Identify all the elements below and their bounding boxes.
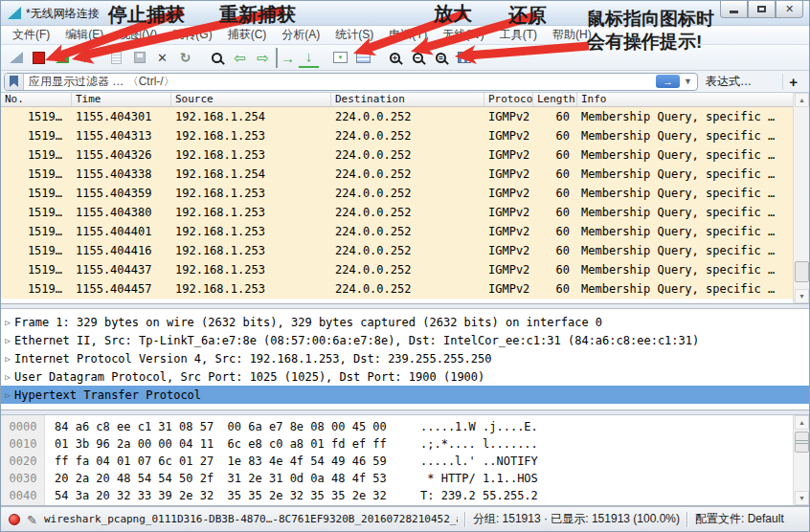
zoom-reset-icon[interactable]: = [431,48,451,68]
menu-item[interactable]: 捕获(C) [220,25,275,45]
expand-triangle-icon[interactable]: ▷ [1,372,14,382]
hex-ascii: .....1.W .j....E. [420,418,538,435]
scroll-up-icon[interactable]: ▲ [795,415,809,430]
hex-row[interactable]: 0030 20 2a 20 48 54 54 50 2f 31 2e 31 0d… [1,470,809,487]
packet-row[interactable]: 1519… 1155.404437 192.168.1.253 224.0.0.… [1,260,795,279]
cell-source: 192.168.1.254 [171,165,331,184]
profile-label[interactable]: 配置文件: Default [695,511,784,527]
packet-row[interactable]: 1519… 1155.404457 192.168.1.253 224.0.0.… [1,279,795,299]
cell-destination: 224.0.0.252 [331,107,484,126]
column-header-no[interactable]: No. [1,93,72,106]
stop-capture-icon[interactable] [29,48,49,68]
expand-triangle-icon[interactable]: ▷ [1,318,14,327]
go-forward-icon[interactable] [253,48,273,68]
hex-scrollbar[interactable]: ▲ ▼ [793,415,809,505]
scrollbar-thumb[interactable] [795,432,809,453]
scroll-down-icon[interactable]: ▼ [795,289,809,303]
go-back-icon[interactable] [230,48,250,68]
cell-source: 192.168.1.253 [171,184,331,203]
cell-source: 192.168.1.253 [171,126,331,145]
edit-comment-icon[interactable] [27,511,37,528]
menu-item[interactable]: 视图(V) [111,25,165,45]
scrollbar-thumb[interactable] [795,261,809,282]
column-header-length[interactable]: Length [533,93,577,106]
capture-options-icon[interactable] [75,48,95,68]
column-header-protocol[interactable]: Protocol [484,93,533,106]
cell-destination: 224.0.0.252 [331,184,484,203]
apply-filter-button[interactable] [656,75,680,88]
menu-item[interactable]: 跳转(G) [165,25,219,45]
cell-protocol: IGMPv2 [484,184,533,203]
scroll-up-icon[interactable]: ▲ [795,93,809,107]
cell-destination: 224.0.0.252 [331,203,484,222]
hex-row[interactable]: 0000 84 a6 c8 ee c1 31 08 57 00 6a e7 8e… [1,418,809,435]
detail-row[interactable]: ▷ Ethernet II, Src: Tp-LinkT_6a:e7:8e (0… [1,331,809,349]
packet-row[interactable]: 1519… 1155.404326 192.168.1.253 224.0.0.… [1,145,795,165]
cell-source: 192.168.1.253 [171,145,331,165]
column-header-destination[interactable]: Destination [331,93,484,106]
reload-file-icon[interactable] [175,48,195,68]
cell-no: 1519… [1,222,72,241]
menu-item[interactable]: 无线(W) [435,25,491,45]
open-file-icon[interactable] [106,48,126,68]
start-capture-icon[interactable] [6,48,26,68]
cell-protocol: IGMPv2 [484,126,533,145]
close-file-icon[interactable] [152,48,172,68]
column-header-source[interactable]: Source [171,93,331,106]
packet-row[interactable]: 1519… 1155.404401 192.168.1.253 224.0.0.… [1,222,795,241]
resize-columns-icon[interactable] [454,48,474,68]
detail-text: Frame 1: 329 bytes on wire (2632 bits), … [14,316,602,329]
packet-row[interactable]: 1519… 1155.404313 192.168.1.253 224.0.0.… [1,126,795,145]
expand-triangle-icon[interactable]: ▷ [1,336,14,345]
minimize-button[interactable] [720,1,748,18]
menu-item[interactable]: 编辑(E) [57,25,111,45]
colorize-icon[interactable] [353,48,373,68]
go-to-packet-icon[interactable] [276,48,296,68]
zoom-out-icon[interactable]: − [408,48,428,68]
go-to-last-icon[interactable] [299,48,319,68]
detail-row[interactable]: ▷ User Datagram Protocol, Src Port: 1025… [1,367,809,386]
find-packet-icon[interactable] [207,48,227,68]
packet-row[interactable]: 1519… 1155.404416 192.168.1.253 224.0.0.… [1,241,795,260]
scroll-down-icon[interactable]: ▼ [795,491,809,505]
close-button[interactable]: ✕ [776,1,803,18]
save-file-icon[interactable] [129,48,149,68]
menu-item[interactable]: 统计(S) [327,25,381,45]
detail-row[interactable]: ▷ Frame 1: 329 bytes on wire (2632 bits)… [1,313,809,331]
hex-ascii: T: 239.2 55.255.2 [420,487,538,504]
display-filter-input[interactable]: 应用显示过滤器 … 〈Ctrl-/〉 ▼ [4,73,698,91]
cell-info: Membership Query, specific … [577,145,795,165]
hex-row[interactable]: 0010 01 3b 96 2a 00 00 04 11 6c e8 c0 a8… [1,435,809,453]
add-filter-button[interactable]: + [782,74,803,90]
menu-item[interactable]: 分析(A) [274,25,327,45]
filter-bookmark-button[interactable] [5,74,24,90]
zoom-in-icon[interactable]: + [385,48,405,68]
filter-placeholder[interactable]: 应用显示过滤器 … 〈Ctrl-/〉 [24,74,656,90]
packet-row[interactable]: 1519… 1155.404301 192.168.1.254 224.0.0.… [1,107,795,126]
filter-dropdown-caret-icon[interactable]: ▼ [684,77,692,86]
hex-row[interactable]: 0040 54 3a 20 32 33 39 2e 32 35 35 2e 32… [1,487,809,504]
packet-row[interactable]: 1519… 1155.404338 192.168.1.254 224.0.0.… [1,165,795,184]
detail-row[interactable]: ▷ Hypertext Transfer Protocol [1,386,809,404]
expert-info-icon[interactable] [9,514,20,525]
hex-dump-pane: 0000 84 a6 c8 ee c1 31 08 57 00 6a e7 8e… [1,415,809,506]
detail-row[interactable]: ▷ Internet Protocol Version 4, Src: 192.… [1,349,809,367]
packet-list-scrollbar[interactable]: ▲ ▼ [793,93,809,303]
cell-info: Membership Query, specific … [577,260,795,279]
expression-button[interactable]: 表达式… [698,74,761,90]
packet-row[interactable]: 1519… 1155.404380 192.168.1.253 224.0.0.… [1,203,795,222]
auto-scroll-icon[interactable] [330,48,350,68]
menu-item[interactable]: 帮助(H) [545,25,599,45]
cell-no: 1519… [1,260,72,279]
packet-row[interactable]: 1519… 1155.404359 192.168.1.253 224.0.0.… [1,184,795,203]
column-header-time[interactable]: Time [72,93,171,106]
expand-triangle-icon[interactable]: ▷ [1,390,14,400]
menu-item[interactable]: 电话(Y) [381,25,435,45]
restart-capture-icon[interactable] [52,48,72,68]
menu-item[interactable]: 工具(T) [492,25,545,45]
column-header-info[interactable]: Info [577,93,795,106]
expand-triangle-icon[interactable]: ▷ [1,354,14,364]
maximize-button[interactable] [748,1,776,18]
hex-row[interactable]: 0020 ff fa 04 01 07 6c 01 27 1e 83 4e 4f… [1,453,809,470]
menu-item[interactable]: 文件(F) [5,25,57,45]
